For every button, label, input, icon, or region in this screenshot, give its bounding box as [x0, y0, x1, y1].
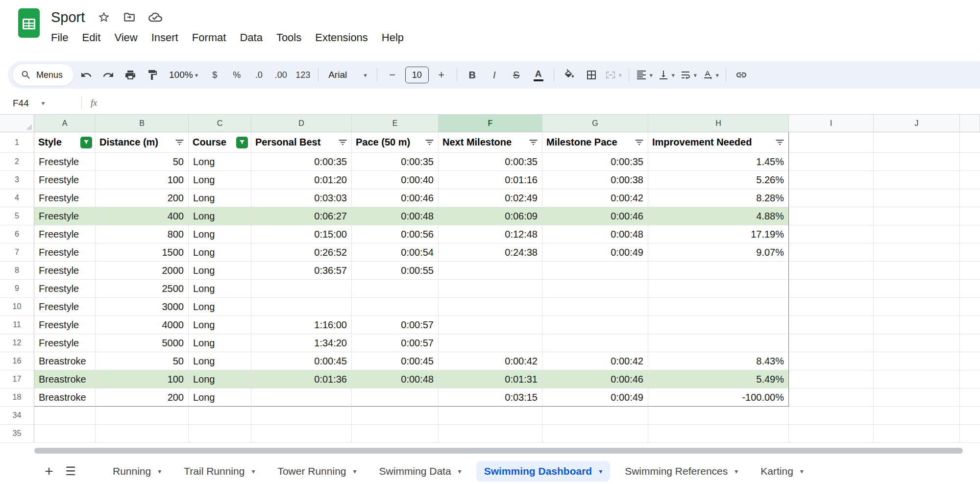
- cell-G6[interactable]: 0:00:48: [542, 225, 648, 243]
- bold-button[interactable]: B: [463, 65, 482, 85]
- cell-J1[interactable]: [874, 132, 960, 153]
- cell-B5[interactable]: 400: [96, 207, 189, 225]
- filter-funnel-icon[interactable]: [633, 137, 645, 148]
- col-header-B[interactable]: B: [96, 115, 189, 132]
- cell-E34[interactable]: [352, 407, 439, 425]
- tab-trail-running[interactable]: Trail Running▾: [176, 461, 263, 482]
- col-header-E[interactable]: E: [352, 115, 439, 132]
- cell-E8[interactable]: 0:00:55: [352, 262, 439, 280]
- cell-C18[interactable]: Long: [189, 388, 251, 407]
- menu-file[interactable]: File: [44, 28, 75, 47]
- cell-E35[interactable]: [352, 425, 439, 443]
- row-header-16[interactable]: 16: [0, 352, 34, 370]
- header-cell-distance-m-[interactable]: Distance (m): [96, 132, 189, 153]
- cell-I10[interactable]: [789, 298, 874, 316]
- menu-edit[interactable]: Edit: [75, 28, 107, 47]
- cell-A18[interactable]: Breastroke: [34, 388, 96, 407]
- cell-D17[interactable]: 0:01:36: [251, 370, 352, 388]
- cell-I7[interactable]: [789, 243, 874, 262]
- cell-C5[interactable]: Long: [189, 207, 251, 225]
- cell-A35[interactable]: [34, 425, 96, 443]
- header-cell-milestone-pace[interactable]: Milestone Pace: [542, 132, 648, 153]
- cell-H3[interactable]: 5.26%: [648, 171, 789, 189]
- chevron-down-icon[interactable]: ▾: [735, 467, 738, 475]
- cell-E12[interactable]: 0:00:57: [352, 334, 439, 352]
- cell-H10[interactable]: [648, 298, 789, 316]
- cell-I35[interactable]: [789, 425, 874, 443]
- cell-C2[interactable]: Long: [189, 153, 251, 171]
- col-header-C[interactable]: C: [189, 115, 251, 132]
- filter-funnel-icon[interactable]: [236, 137, 248, 148]
- cell-I12[interactable]: [789, 334, 874, 352]
- cell-I8[interactable]: [789, 262, 874, 280]
- cell-J11[interactable]: [874, 316, 960, 334]
- row-header-34[interactable]: 34: [0, 407, 34, 425]
- cell-I17[interactable]: [789, 370, 874, 388]
- add-sheet-icon[interactable]: +: [38, 460, 60, 482]
- cloud-status-icon[interactable]: [148, 10, 162, 24]
- cell-J17[interactable]: [874, 370, 960, 388]
- header-cell-improvement-needed[interactable]: Improvement Needed: [648, 132, 789, 153]
- chevron-down-icon[interactable]: ▾: [251, 467, 255, 475]
- cell-G35[interactable]: [542, 425, 648, 443]
- font-size-input[interactable]: 10: [405, 67, 429, 83]
- filter-funnel-icon[interactable]: [774, 137, 785, 148]
- cell-E2[interactable]: 0:00:35: [352, 153, 439, 171]
- cell-I11[interactable]: [789, 316, 874, 334]
- cell-A17[interactable]: Breastroke: [34, 370, 96, 388]
- cell-J4[interactable]: [874, 189, 960, 207]
- cell-C9[interactable]: Long: [189, 280, 251, 298]
- row-header-12[interactable]: 12: [0, 334, 34, 352]
- header-cell-next-milestone[interactable]: Next Milestone: [439, 132, 542, 153]
- cell-D10[interactable]: [251, 298, 352, 316]
- cell-I1[interactable]: [789, 132, 874, 153]
- sheets-logo-icon[interactable]: [18, 8, 40, 38]
- filter-funnel-icon[interactable]: [527, 137, 539, 148]
- cell-F18[interactable]: 0:03:15: [439, 388, 542, 407]
- row-header-2[interactable]: 2: [0, 153, 34, 171]
- cell-F9[interactable]: [439, 280, 542, 298]
- cell-F6[interactable]: 0:12:48: [439, 225, 542, 243]
- cell-I3[interactable]: [789, 171, 874, 189]
- filter-funnel-icon[interactable]: [173, 137, 185, 148]
- number-format-button[interactable]: 123: [294, 65, 312, 85]
- cell-D2[interactable]: 0:00:35: [251, 153, 352, 171]
- row-header-3[interactable]: 3: [0, 171, 34, 189]
- chevron-down-icon[interactable]: ▾: [458, 467, 462, 475]
- cell-H5[interactable]: 4.88%: [648, 207, 789, 225]
- chevron-down-icon[interactable]: ▾: [158, 467, 161, 475]
- cell-A12[interactable]: Freestyle: [34, 334, 96, 352]
- cell-H17[interactable]: 5.49%: [648, 370, 789, 388]
- cell-J34[interactable]: [874, 407, 960, 425]
- cell-I2[interactable]: [789, 153, 874, 171]
- cell-H4[interactable]: 8.28%: [648, 189, 789, 207]
- cell-E11[interactable]: 0:00:57: [352, 316, 439, 334]
- cell-E10[interactable]: [352, 298, 439, 316]
- cell-D35[interactable]: [251, 425, 352, 443]
- text-wrap-icon[interactable]: ▾: [679, 65, 698, 85]
- col-header-H[interactable]: H: [648, 115, 789, 132]
- cell-G16[interactable]: 0:00:42: [542, 352, 648, 370]
- cell-H9[interactable]: [648, 280, 789, 298]
- cell-F8[interactable]: [439, 262, 542, 280]
- cell-G9[interactable]: [542, 280, 648, 298]
- cell-G3[interactable]: 0:00:38: [542, 171, 648, 189]
- cell-A7[interactable]: Freestyle: [34, 243, 96, 262]
- menus-search[interactable]: Menus: [13, 64, 74, 86]
- cell-G10[interactable]: [542, 298, 648, 316]
- cell-G2[interactable]: 0:00:35: [542, 153, 648, 171]
- header-cell-course[interactable]: Course: [189, 132, 251, 153]
- cell-H7[interactable]: 9.07%: [648, 243, 789, 262]
- cell-E9[interactable]: [352, 280, 439, 298]
- cell-H16[interactable]: 8.43%: [648, 352, 789, 370]
- cell-D34[interactable]: [251, 407, 352, 425]
- cell-F7[interactable]: 0:24:38: [439, 243, 542, 262]
- align-left-icon[interactable]: ▾: [635, 65, 654, 85]
- decrease-decimals-button[interactable]: .0: [249, 65, 268, 85]
- cell-G12[interactable]: [542, 334, 648, 352]
- cell-E4[interactable]: 0:00:46: [352, 189, 439, 207]
- cell-E7[interactable]: 0:00:54: [352, 243, 439, 262]
- cell-I4[interactable]: [789, 189, 874, 207]
- cell-D7[interactable]: 0:26:52: [251, 243, 352, 262]
- chevron-down-icon[interactable]: ▾: [800, 467, 804, 475]
